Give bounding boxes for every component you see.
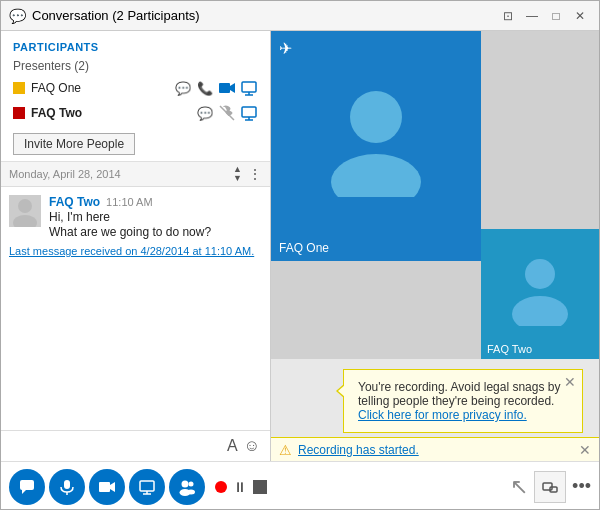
svg-point-14 [512,296,568,326]
participant-row: FAQ One 💬 📞 [13,77,258,99]
chat-date-bar: Monday, April 28, 2014 ▲ ▼ ⋮ [1,162,270,187]
minimize-button[interactable]: — [521,5,543,27]
stop-button[interactable] [253,480,267,494]
participant-icons-1: 💬 📞 [174,79,258,97]
font-icon[interactable]: A [227,437,238,455]
participant-name-1: FAQ One [31,81,174,95]
participant-color-1 [13,82,25,94]
mic-toolbar-button[interactable] [49,469,85,505]
svg-point-10 [13,215,37,227]
chat-input-icons: A ☺ [9,437,262,455]
main-layout: PARTICIPANTS Presenters (2) FAQ One 💬 📞 [1,31,599,461]
monitor-icon-2[interactable] [240,104,258,122]
emoji-icon[interactable]: ☺ [244,437,260,455]
video-toolbar-icon: ✈ [279,39,292,58]
video-main-person [271,31,481,253]
chat-input-area: A ☺ [1,430,270,461]
svg-rect-0 [219,83,230,93]
chat-icon-2[interactable]: 💬 [196,104,214,122]
invite-more-button[interactable]: Invite More People [13,133,135,155]
notification-close-button[interactable]: ✕ [564,374,576,390]
more-options-button[interactable]: ••• [572,476,591,497]
svg-point-12 [331,154,421,197]
participant-icons-2: 💬 [196,104,258,122]
maximize-button[interactable]: □ [545,5,567,27]
chat-scroll-controls: ▲ ▼ ⋮ [233,165,262,183]
chat-message-line-2: What are we going to do now? [49,225,262,239]
video-main: ✈ FAQ One [271,31,481,261]
titlebar: 💬 Conversation (2 Participants) ⊡ — □ ✕ [1,1,599,31]
chat-sender-name: FAQ Two [49,195,100,209]
window-title: Conversation (2 Participants) [32,8,200,23]
chat-section: Monday, April 28, 2014 ▲ ▼ ⋮ [1,162,270,461]
video-small-label: FAQ Two [487,343,532,355]
participants-section: PARTICIPANTS Presenters (2) FAQ One 💬 📞 [1,31,270,162]
call-icon-2[interactable] [218,104,236,122]
video-small: FAQ Two [481,229,599,359]
chat-date: Monday, April 28, 2014 [9,168,121,180]
options-icon[interactable]: ⋮ [248,166,262,182]
chat-avatar [9,195,41,227]
svg-point-27 [187,489,195,494]
warning-icon: ⚠ [279,442,292,458]
svg-marker-20 [110,482,115,492]
titlebar-controls: ⊡ — □ ✕ [497,5,591,27]
video-icon-1[interactable] [218,79,236,97]
left-panel: PARTICIPANTS Presenters (2) FAQ One 💬 📞 [1,31,271,461]
svg-rect-6 [242,107,256,117]
chat-messages[interactable]: FAQ Two 11:10 AM Hi, I'm here What are w… [1,187,270,430]
app-icon: 💬 [9,8,26,24]
notification-text[interactable]: Recording has started. [298,443,419,457]
toolbar-right: ↖ ••• [510,471,591,503]
chat-message-line-1: Hi, I'm here [49,210,262,224]
chat-message-header: FAQ Two 11:10 AM [49,195,262,209]
svg-marker-16 [22,490,26,494]
svg-point-24 [182,480,189,487]
chat-last-received[interactable]: Last message received on 4/28/2014 at 11… [9,245,262,257]
pin-button[interactable]: ⊡ [497,5,519,27]
right-panel: 2:50 ✈ FAQ One [271,31,599,461]
recording-notification-link[interactable]: Click here for more privacy info. [358,408,568,422]
participant-row-2: FAQ Two 💬 [13,102,258,124]
svg-point-11 [350,91,402,143]
cursor-icon: ↖ [510,474,528,500]
camera-toolbar-button[interactable] [89,469,125,505]
pip-button[interactable] [534,471,566,503]
svg-point-26 [189,481,194,486]
pause-button[interactable]: ⏸ [233,479,247,495]
presenters-label: Presenters (2) [13,59,258,73]
svg-rect-2 [242,82,256,92]
participant-name-2: FAQ Two [31,106,196,120]
desktop-toolbar-button[interactable] [129,469,165,505]
scroll-arrows[interactable]: ▲ ▼ [233,165,242,183]
bottom-toolbar: ⏸ ↖ ••• [1,461,599,510]
chat-message-content: FAQ Two 11:10 AM Hi, I'm here What are w… [49,195,262,239]
svg-rect-15 [20,480,34,490]
svg-marker-1 [230,83,235,93]
video-main-label: FAQ One [279,241,329,255]
svg-rect-17 [64,480,70,489]
monitor-icon-1[interactable] [240,79,258,97]
bottom-notification: ⚠ Recording has started. ✕ [271,437,599,461]
video-area: ✈ FAQ One FAQ Two [271,31,599,359]
chat-icon-1[interactable]: 💬 [174,79,192,97]
chat-timestamp: 11:10 AM [106,196,152,208]
call-icon-1[interactable]: 📞 [196,79,214,97]
recording-controls: ⏸ [215,479,267,495]
scroll-down-arrow[interactable]: ▼ [233,174,242,183]
chat-toolbar-button[interactable] [9,469,45,505]
video-small-person [481,229,599,353]
chat-message: FAQ Two 11:10 AM Hi, I'm here What are w… [9,195,262,239]
recording-notification-text: You're recording. Avoid legal snags by t… [358,380,568,408]
svg-point-13 [525,259,555,289]
notification-close-x[interactable]: ✕ [579,442,591,458]
titlebar-left: 💬 Conversation (2 Participants) [9,8,200,24]
participant-color-2 [13,107,25,119]
close-button[interactable]: ✕ [569,5,591,27]
svg-rect-21 [140,481,154,491]
people-toolbar-button[interactable] [169,469,205,505]
record-indicator [215,481,227,493]
svg-rect-19 [99,482,110,492]
svg-point-9 [18,199,32,213]
participants-title: PARTICIPANTS [13,41,258,53]
